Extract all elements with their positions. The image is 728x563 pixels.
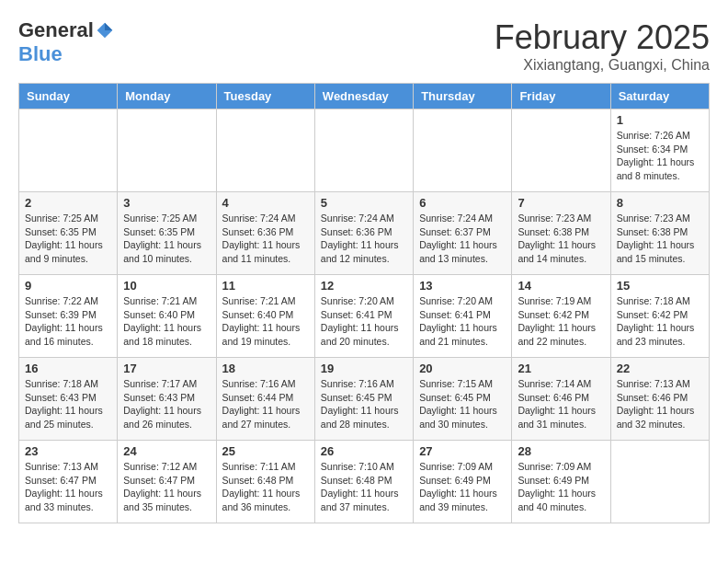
- calendar-cell: 9Sunrise: 7:22 AMSunset: 6:39 PMDaylight…: [19, 275, 118, 358]
- day-info: Sunrise: 7:18 AMSunset: 6:43 PMDaylight:…: [25, 377, 111, 431]
- day-number: 3: [123, 196, 210, 210]
- day-info: Sunrise: 7:23 AMSunset: 6:38 PMDaylight:…: [617, 212, 703, 266]
- calendar-cell: 2Sunrise: 7:25 AMSunset: 6:35 PMDaylight…: [19, 192, 118, 275]
- day-info: Sunrise: 7:14 AMSunset: 6:46 PMDaylight:…: [518, 377, 604, 431]
- day-info: Sunrise: 7:09 AMSunset: 6:49 PMDaylight:…: [419, 460, 506, 514]
- calendar-cell: 14Sunrise: 7:19 AMSunset: 6:42 PMDayligh…: [512, 275, 610, 358]
- calendar-cell: 18Sunrise: 7:16 AMSunset: 6:44 PMDayligh…: [216, 358, 314, 441]
- day-number: 26: [321, 444, 407, 458]
- col-header-thursday: Thursday: [414, 84, 512, 109]
- day-number: 17: [123, 362, 210, 375]
- calendar-week-3: 9Sunrise: 7:22 AMSunset: 6:39 PMDaylight…: [19, 275, 710, 358]
- day-number: 22: [617, 362, 703, 375]
- day-info: Sunrise: 7:26 AMSunset: 6:34 PMDaylight:…: [617, 129, 703, 183]
- day-info: Sunrise: 7:24 AMSunset: 6:36 PMDaylight:…: [321, 212, 407, 266]
- calendar-cell: [512, 109, 610, 192]
- day-info: Sunrise: 7:20 AMSunset: 6:41 PMDaylight:…: [321, 294, 407, 349]
- calendar-cell: 12Sunrise: 7:20 AMSunset: 6:41 PMDayligh…: [314, 275, 413, 358]
- calendar-cell: 13Sunrise: 7:20 AMSunset: 6:41 PMDayligh…: [414, 275, 512, 358]
- calendar-cell: 21Sunrise: 7:14 AMSunset: 6:46 PMDayligh…: [512, 358, 610, 441]
- day-info: Sunrise: 7:16 AMSunset: 6:44 PMDaylight:…: [222, 377, 309, 431]
- calendar-cell: 10Sunrise: 7:21 AMSunset: 6:40 PMDayligh…: [118, 275, 216, 358]
- day-number: 5: [321, 196, 407, 210]
- calendar-cell: 4Sunrise: 7:24 AMSunset: 6:36 PMDaylight…: [216, 192, 314, 275]
- logo-general-text: General: [18, 18, 94, 42]
- day-number: 27: [419, 444, 506, 458]
- day-number: 6: [419, 196, 506, 210]
- month-title: February 2025: [495, 18, 710, 57]
- calendar-cell: 15Sunrise: 7:18 AMSunset: 6:42 PMDayligh…: [610, 275, 709, 358]
- day-info: Sunrise: 7:25 AMSunset: 6:35 PMDaylight:…: [25, 212, 111, 266]
- day-number: 1: [617, 113, 703, 127]
- day-number: 10: [123, 279, 210, 293]
- day-info: Sunrise: 7:09 AMSunset: 6:49 PMDaylight:…: [518, 460, 604, 514]
- day-info: Sunrise: 7:19 AMSunset: 6:42 PMDaylight:…: [518, 294, 604, 349]
- logo[interactable]: General Blue: [18, 18, 114, 66]
- calendar-cell: [118, 109, 216, 192]
- calendar-cell: 17Sunrise: 7:17 AMSunset: 6:43 PMDayligh…: [118, 358, 216, 441]
- calendar-cell: 28Sunrise: 7:09 AMSunset: 6:49 PMDayligh…: [512, 441, 610, 523]
- calendar-week-5: 23Sunrise: 7:13 AMSunset: 6:47 PMDayligh…: [19, 441, 710, 523]
- day-number: 18: [222, 362, 309, 375]
- day-number: 19: [321, 362, 407, 375]
- col-header-saturday: Saturday: [610, 84, 709, 109]
- col-header-wednesday: Wednesday: [314, 84, 413, 109]
- calendar-table: SundayMondayTuesdayWednesdayThursdayFrid…: [18, 83, 710, 523]
- day-info: Sunrise: 7:13 AMSunset: 6:46 PMDaylight:…: [617, 377, 703, 431]
- day-info: Sunrise: 7:20 AMSunset: 6:41 PMDaylight:…: [419, 294, 506, 349]
- day-info: Sunrise: 7:24 AMSunset: 6:36 PMDaylight:…: [222, 212, 309, 266]
- calendar-cell: 3Sunrise: 7:25 AMSunset: 6:35 PMDaylight…: [118, 192, 216, 275]
- day-number: 15: [617, 279, 703, 293]
- calendar-cell: 7Sunrise: 7:23 AMSunset: 6:38 PMDaylight…: [512, 192, 610, 275]
- day-info: Sunrise: 7:13 AMSunset: 6:47 PMDaylight:…: [25, 460, 111, 514]
- col-header-sunday: Sunday: [19, 84, 118, 109]
- calendar-cell: 20Sunrise: 7:15 AMSunset: 6:45 PMDayligh…: [414, 358, 512, 441]
- day-info: Sunrise: 7:25 AMSunset: 6:35 PMDaylight:…: [123, 212, 210, 266]
- calendar-week-2: 2Sunrise: 7:25 AMSunset: 6:35 PMDaylight…: [19, 192, 710, 275]
- day-number: 13: [419, 279, 506, 293]
- calendar-cell: 24Sunrise: 7:12 AMSunset: 6:47 PMDayligh…: [118, 441, 216, 523]
- day-info: Sunrise: 7:12 AMSunset: 6:47 PMDaylight:…: [123, 460, 210, 514]
- calendar-cell: 5Sunrise: 7:24 AMSunset: 6:36 PMDaylight…: [314, 192, 413, 275]
- calendar-cell: 1Sunrise: 7:26 AMSunset: 6:34 PMDaylight…: [610, 109, 709, 192]
- day-number: 7: [518, 196, 604, 210]
- logo-blue-text: Blue: [18, 42, 63, 66]
- day-number: 11: [222, 279, 309, 293]
- day-info: Sunrise: 7:10 AMSunset: 6:48 PMDaylight:…: [321, 460, 407, 514]
- calendar-cell: 11Sunrise: 7:21 AMSunset: 6:40 PMDayligh…: [216, 275, 314, 358]
- calendar-cell: 27Sunrise: 7:09 AMSunset: 6:49 PMDayligh…: [414, 441, 512, 523]
- day-number: 20: [419, 362, 506, 375]
- day-number: 23: [25, 444, 111, 458]
- day-info: Sunrise: 7:15 AMSunset: 6:45 PMDaylight:…: [419, 377, 506, 431]
- calendar-cell: 26Sunrise: 7:10 AMSunset: 6:48 PMDayligh…: [314, 441, 413, 523]
- day-number: 8: [617, 196, 703, 210]
- day-info: Sunrise: 7:21 AMSunset: 6:40 PMDaylight:…: [123, 294, 210, 349]
- logo-icon: [96, 21, 114, 40]
- calendar-cell: [414, 109, 512, 192]
- col-header-friday: Friday: [512, 84, 610, 109]
- calendar-cell: [314, 109, 413, 192]
- day-number: 16: [25, 362, 111, 375]
- col-header-tuesday: Tuesday: [216, 84, 314, 109]
- calendar-cell: 25Sunrise: 7:11 AMSunset: 6:48 PMDayligh…: [216, 441, 314, 523]
- day-number: 14: [518, 279, 604, 293]
- calendar-cell: 23Sunrise: 7:13 AMSunset: 6:47 PMDayligh…: [19, 441, 118, 523]
- calendar-cell: 8Sunrise: 7:23 AMSunset: 6:38 PMDaylight…: [610, 192, 709, 275]
- calendar-cell: [19, 109, 118, 192]
- calendar-cell: 6Sunrise: 7:24 AMSunset: 6:37 PMDaylight…: [414, 192, 512, 275]
- day-info: Sunrise: 7:11 AMSunset: 6:48 PMDaylight:…: [222, 460, 309, 514]
- location-subtitle: Xixiangtang, Guangxi, China: [495, 57, 710, 74]
- day-number: 28: [518, 444, 604, 458]
- page-header: General Blue February 2025 Xixiangtang, …: [18, 18, 710, 74]
- calendar-cell: [216, 109, 314, 192]
- day-number: 2: [25, 196, 111, 210]
- day-number: 24: [123, 444, 210, 458]
- day-info: Sunrise: 7:24 AMSunset: 6:37 PMDaylight:…: [419, 212, 506, 266]
- calendar-cell: [610, 441, 709, 523]
- calendar-cell: 22Sunrise: 7:13 AMSunset: 6:46 PMDayligh…: [610, 358, 709, 441]
- day-number: 25: [222, 444, 309, 458]
- calendar-header-row: SundayMondayTuesdayWednesdayThursdayFrid…: [19, 84, 710, 109]
- day-number: 4: [222, 196, 309, 210]
- day-number: 21: [518, 362, 604, 375]
- day-info: Sunrise: 7:16 AMSunset: 6:45 PMDaylight:…: [321, 377, 407, 431]
